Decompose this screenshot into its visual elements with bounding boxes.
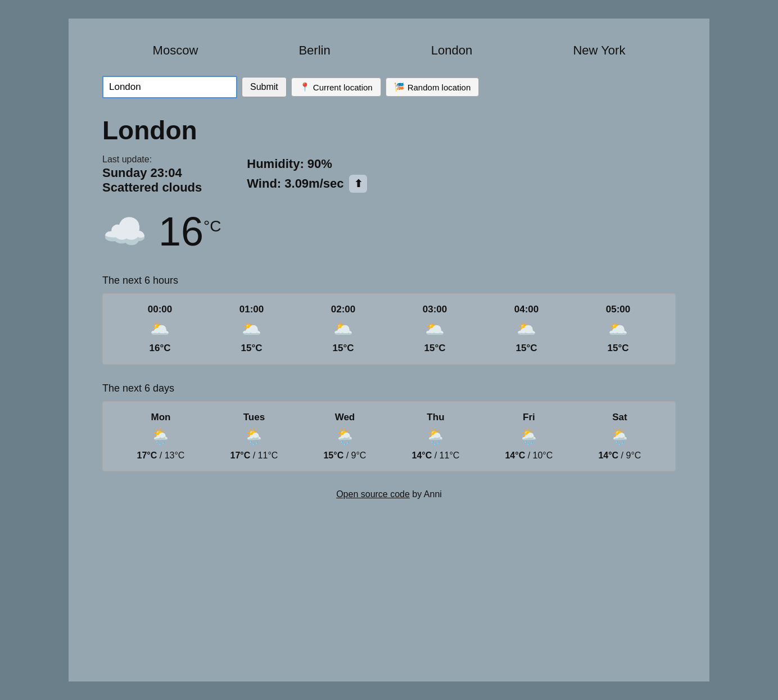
random-icon: 🎏: [394, 82, 405, 92]
hour-time: 03:00: [423, 304, 447, 315]
city-title: London: [102, 115, 676, 146]
hour-icon: 🌥️: [150, 320, 170, 338]
day-item: Thu 🌦️ 14°C / 11°C: [412, 412, 460, 461]
day-temp: 14°C / 10°C: [505, 451, 553, 461]
day-icon: 🌦️: [151, 428, 170, 446]
hour-icon: 🌥️: [242, 320, 261, 338]
temp-display: ☁️ 16°C: [102, 208, 676, 254]
temperature-value: 16°C: [159, 208, 221, 254]
hour-icon: 🌥️: [333, 320, 353, 338]
day-temp: 17°C / 13°C: [137, 451, 185, 461]
last-update-label: Last update:: [102, 154, 202, 165]
hour-item: 01:00 🌥️ 15°C: [239, 304, 264, 354]
day-high: 14°C: [598, 451, 618, 460]
hour-item: 02:00 🌥️ 15°C: [331, 304, 355, 354]
day-icon: 🌦️: [610, 428, 630, 446]
humidity: Humidity: 90%: [247, 157, 367, 171]
day-name: Tues: [243, 412, 265, 423]
footer: Open source code by Anni: [102, 489, 676, 499]
hour-temp: 15°C: [424, 343, 446, 354]
day-low: 11°C: [440, 451, 460, 460]
pin-icon: 📍: [300, 82, 310, 92]
day-item: Fri 🌦️ 14°C / 10°C: [505, 412, 553, 461]
hour-item: 05:00 🌥️ 15°C: [606, 304, 630, 354]
hour-time: 00:00: [148, 304, 172, 315]
day-name: Wed: [335, 412, 355, 423]
hour-time: 02:00: [331, 304, 355, 315]
cloud-icon: ☁️: [102, 211, 147, 253]
day-item: Tues 🌦️ 17°C / 11°C: [230, 412, 278, 461]
hour-item: 03:00 🌥️ 15°C: [423, 304, 447, 354]
day-temp: 15°C / 9°C: [323, 451, 366, 461]
day-name: Sat: [612, 412, 627, 423]
hour-item: 04:00 🌥️ 15°C: [514, 304, 539, 354]
random-location-button[interactable]: 🎏 Random location: [386, 78, 480, 97]
hour-temp: 15°C: [516, 343, 537, 354]
hour-time: 01:00: [239, 304, 264, 315]
day-name: Fri: [523, 412, 535, 423]
day-high: 14°C: [505, 451, 525, 460]
submit-button[interactable]: Submit: [242, 77, 287, 97]
city-nav-newyork[interactable]: New York: [568, 41, 630, 60]
day-icon: 🌦️: [244, 428, 264, 446]
date-time: Sunday 23:04: [102, 166, 202, 180]
daily-section-title: The next 6 days: [102, 383, 676, 394]
day-high: 14°C: [412, 451, 432, 460]
search-row: Submit 📍 Current location 🎏 Random locat…: [102, 76, 676, 98]
hour-item: 00:00 🌥️ 16°C: [148, 304, 172, 354]
hour-temp: 15°C: [608, 343, 629, 354]
wind-label: Wind: 3.09m/sec: [247, 176, 343, 191]
day-high: 17°C: [230, 451, 251, 460]
city-nav-london[interactable]: London: [427, 41, 477, 60]
day-icon: 🌦️: [335, 428, 355, 446]
footer-suffix: by Anni: [412, 489, 441, 499]
temp-unit: °C: [203, 217, 221, 235]
day-low: 13°C: [165, 451, 185, 460]
weather-left: Last update: Sunday 23:04 Scattered clou…: [102, 154, 202, 195]
city-nav-berlin[interactable]: Berlin: [294, 41, 334, 60]
day-temp: 14°C / 9°C: [598, 451, 641, 461]
hour-time: 05:00: [606, 304, 630, 315]
wind-row: Wind: 3.09m/sec ⬆: [247, 175, 367, 193]
daily-forecast: Mon 🌦️ 17°C / 13°C Tues 🌦️ 17°C / 11°C W…: [102, 401, 676, 471]
condition: Scattered clouds: [102, 180, 202, 195]
hour-temp: 15°C: [333, 343, 354, 354]
day-item: Sat 🌦️ 14°C / 9°C: [598, 412, 641, 461]
day-name: Mon: [151, 412, 171, 423]
day-item: Mon 🌦️ 17°C / 13°C: [137, 412, 185, 461]
search-input[interactable]: [102, 76, 237, 98]
day-icon: 🌦️: [519, 428, 539, 446]
day-high: 17°C: [137, 451, 157, 460]
day-name: Thu: [427, 412, 444, 423]
hour-temp: 16°C: [150, 343, 171, 354]
hour-time: 04:00: [514, 304, 539, 315]
hourly-section-title: The next 6 hours: [102, 275, 676, 287]
current-location-label: Current location: [313, 83, 373, 92]
random-location-label: Random location: [408, 83, 471, 92]
weather-right: Humidity: 90% Wind: 3.09m/sec ⬆: [247, 154, 367, 195]
hour-icon: 🌥️: [608, 320, 628, 338]
hourly-forecast: 00:00 🌥️ 16°C 01:00 🌥️ 15°C 02:00 🌥️ 15°…: [102, 293, 676, 365]
day-low: 9°C: [351, 451, 367, 460]
day-temp: 17°C / 11°C: [230, 451, 278, 461]
day-high: 15°C: [323, 451, 343, 460]
weather-meta: Last update: Sunday 23:04 Scattered clou…: [102, 154, 676, 195]
app-container: Moscow Berlin London New York Submit 📍 C…: [69, 19, 709, 681]
hour-icon: 🌥️: [517, 320, 536, 338]
day-item: Wed 🌦️ 15°C / 9°C: [323, 412, 366, 461]
city-nav-moscow[interactable]: Moscow: [148, 41, 203, 60]
open-source-link[interactable]: Open source code: [336, 489, 410, 499]
day-temp: 14°C / 11°C: [412, 451, 460, 461]
hour-temp: 15°C: [241, 343, 263, 354]
city-nav: Moscow Berlin London New York: [102, 41, 676, 60]
hour-icon: 🌥️: [425, 320, 445, 338]
wind-arrow-icon: ⬆: [349, 175, 367, 193]
current-location-button[interactable]: 📍 Current location: [291, 78, 381, 97]
day-icon: 🌦️: [426, 428, 445, 446]
day-low: 9°C: [626, 451, 641, 460]
day-low: 10°C: [533, 451, 553, 460]
day-low: 11°C: [258, 451, 278, 460]
